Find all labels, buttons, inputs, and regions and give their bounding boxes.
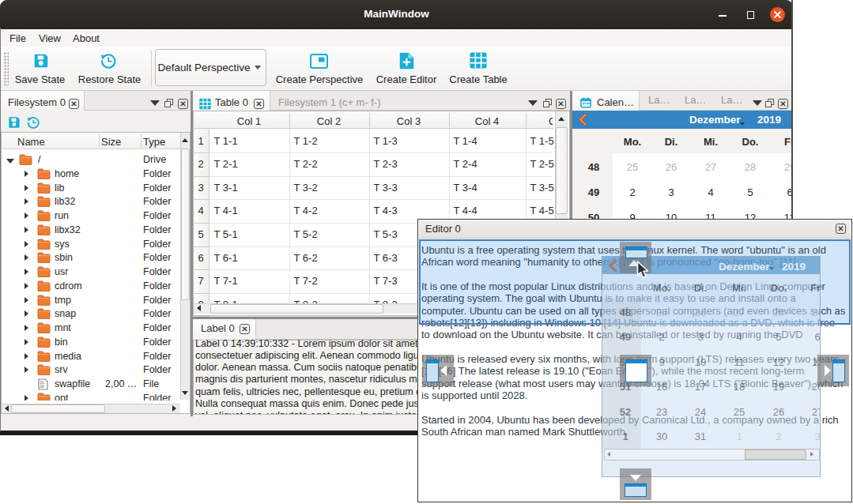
svg-text:01: 01 xyxy=(40,381,44,385)
svg-text:00: 00 xyxy=(40,385,44,389)
